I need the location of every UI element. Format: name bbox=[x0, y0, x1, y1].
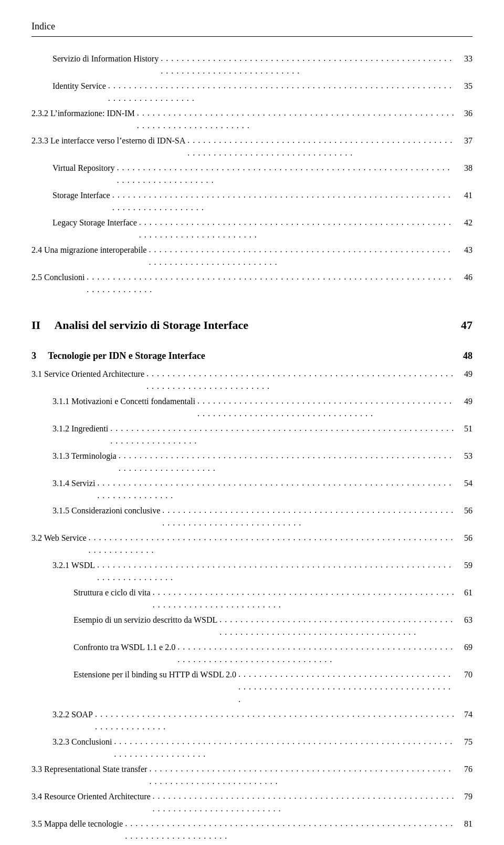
toc-page: 74 bbox=[457, 708, 472, 721]
toc-label: 2.3.3 Le interfacce verso l’esterno di I… bbox=[32, 135, 185, 147]
toc-label: Virtual Repository bbox=[52, 162, 115, 174]
toc-page: 61 bbox=[457, 586, 472, 599]
toc-dots bbox=[153, 586, 455, 611]
toc-label: 2.4 Una migrazione interoperabile bbox=[32, 244, 146, 256]
toc-dots bbox=[97, 559, 455, 584]
toc-page: 43 bbox=[457, 244, 472, 256]
page-header: Indice bbox=[32, 21, 472, 37]
toc-entry-31: 3.1 Service Oriented Architecture 49 bbox=[32, 368, 472, 393]
toc-dots bbox=[187, 134, 455, 159]
toc-label: 3.1.5 Considerazioni conclusive bbox=[52, 504, 160, 517]
toc-dots bbox=[162, 504, 455, 529]
part2-title: Analisi del servizio di Storage Interfac… bbox=[54, 318, 248, 332]
toc-dots bbox=[114, 735, 455, 760]
toc-page: 37 bbox=[457, 135, 472, 147]
toc-entry-servizio: Servizio di Information History 33 bbox=[32, 53, 472, 78]
toc-entry-virtual-repo: Virtual Repository 38 bbox=[32, 162, 472, 187]
toc-page: 70 bbox=[457, 668, 472, 681]
toc-entry-esempio: Esempio di un servizio descritto da WSDL… bbox=[32, 614, 472, 639]
toc-dots bbox=[87, 271, 455, 296]
toc-entry-storage-interface: Storage Interface 41 bbox=[32, 189, 472, 214]
toc-page: 76 bbox=[457, 763, 472, 776]
toc-page: 35 bbox=[457, 80, 472, 92]
toc-page: 49 bbox=[457, 395, 472, 408]
toc-entry-34: 3.4 Resource Oriented Architecture 79 bbox=[32, 790, 472, 816]
toc-entry-322: 3.2.2 SOAP 74 bbox=[32, 708, 472, 734]
toc-dots bbox=[137, 107, 455, 132]
toc-page: 41 bbox=[457, 189, 472, 202]
toc-label: 3.2 Web Service bbox=[32, 532, 87, 544]
toc-page: 75 bbox=[457, 736, 472, 748]
toc-dots bbox=[125, 817, 455, 842]
toc-label: Storage Interface bbox=[52, 189, 110, 202]
toc-label: 3.1.3 Terminologia bbox=[52, 450, 117, 462]
toc-page: 49 bbox=[457, 368, 472, 380]
toc-label: 3.3 Representational State transfer bbox=[32, 763, 147, 776]
toc-page: 56 bbox=[457, 504, 472, 517]
toc-label: 2.5 Conclusioni bbox=[32, 271, 85, 284]
toc-entry-321: 3.2.1 WSDL 59 bbox=[32, 559, 472, 584]
chapter3-heading: 3 Tecnologie per IDN e Storage Interface… bbox=[32, 349, 472, 363]
toc-entry-24: 2.4 Una migrazione interoperabile 43 bbox=[32, 244, 472, 269]
toc-dots bbox=[149, 762, 455, 788]
toc-page: 56 bbox=[457, 532, 472, 544]
toc-dots bbox=[219, 613, 455, 638]
toc-page: 59 bbox=[457, 559, 472, 572]
page: Indice Servizio di Information History 3… bbox=[0, 0, 504, 845]
toc-label: 3.2.3 Conclusioni bbox=[52, 736, 112, 748]
toc-entry-35: 3.5 Mappa delle tecnologie 81 bbox=[32, 818, 472, 843]
part2-label: II Analisi del servizio di Storage Inter… bbox=[32, 317, 248, 334]
toc-label: Struttura e ciclo di vita bbox=[74, 586, 151, 599]
toc-dots bbox=[110, 422, 455, 447]
toc-label: Estensione per il binding su HTTP di WSD… bbox=[74, 668, 236, 681]
part2-page: 47 bbox=[461, 317, 472, 334]
page-title: Indice bbox=[32, 21, 55, 32]
toc-entry-233: 2.3.3 Le interfacce verso l’esterno di I… bbox=[32, 135, 472, 160]
toc-page: 51 bbox=[457, 422, 472, 435]
toc-dots bbox=[146, 367, 455, 393]
toc-label: 3.2.1 WSDL bbox=[52, 559, 95, 572]
toc-label: 3.2.2 SOAP bbox=[52, 708, 93, 721]
toc-entry-legacy-storage: Legacy Storage Interface 42 bbox=[32, 217, 472, 242]
toc-label: Servizio di Information History bbox=[52, 53, 159, 65]
toc-dots bbox=[97, 477, 455, 502]
toc-entry-232: 2.3.2 L’informazione: IDN-IM 36 bbox=[32, 107, 472, 132]
toc-entry-confronto: Confronto tra WSDL 1.1 e 2.0 69 bbox=[32, 641, 472, 666]
toc-entry-estensione: Estensione per il binding su HTTP di WSD… bbox=[32, 668, 472, 706]
chapter3-number: 3 bbox=[32, 351, 36, 361]
toc-page: 38 bbox=[457, 162, 472, 174]
toc-page: 63 bbox=[457, 614, 472, 626]
toc-label: Identity Service bbox=[52, 80, 106, 92]
part2-prefix: II bbox=[32, 318, 40, 332]
toc-label: Legacy Storage Interface bbox=[52, 217, 137, 229]
toc-entry-313: 3.1.3 Terminologia 53 bbox=[32, 450, 472, 475]
toc-page: 36 bbox=[457, 107, 472, 120]
toc-dots bbox=[197, 395, 455, 420]
toc-page: 79 bbox=[457, 790, 472, 803]
toc-section-1: Servizio di Information History 33 Ident… bbox=[32, 53, 472, 296]
toc-entry-struttura: Struttura e ciclo di vita 61 bbox=[32, 586, 472, 612]
toc-label: 3.4 Resource Oriented Architecture bbox=[32, 790, 151, 803]
toc-page: 54 bbox=[457, 477, 472, 490]
toc-page: 81 bbox=[457, 818, 472, 830]
chapter3-page: 48 bbox=[463, 349, 472, 363]
toc-entry-314: 3.1.4 Servizi 54 bbox=[32, 477, 472, 502]
toc-entry-315: 3.1.5 Considerazioni conclusive 56 bbox=[32, 504, 472, 530]
toc-label: Confronto tra WSDL 1.1 e 2.0 bbox=[74, 641, 175, 654]
chapter3-title: Tecnologie per IDN e Storage Interface bbox=[48, 351, 205, 361]
toc-dots bbox=[161, 52, 455, 77]
toc-label: 3.5 Mappa delle tecnologie bbox=[32, 818, 123, 830]
toc-dots bbox=[238, 668, 455, 706]
toc-dots bbox=[95, 708, 455, 733]
toc-entry-identity: Identity Service 35 bbox=[32, 80, 472, 105]
toc-entry-32: 3.2 Web Service 56 bbox=[32, 532, 472, 557]
toc-dots bbox=[119, 449, 455, 475]
toc-label: Esempio di un servizio descritto da WSDL bbox=[74, 614, 217, 626]
toc-label: 3.1 Service Oriented Architecture bbox=[32, 368, 144, 380]
toc-entry-323: 3.2.3 Conclusioni 75 bbox=[32, 736, 472, 761]
part2-heading: II Analisi del servizio di Storage Inter… bbox=[32, 317, 472, 334]
toc-page: 33 bbox=[457, 53, 472, 65]
toc-dots bbox=[149, 243, 455, 269]
toc-dots bbox=[112, 189, 455, 214]
toc-dots bbox=[117, 161, 455, 187]
